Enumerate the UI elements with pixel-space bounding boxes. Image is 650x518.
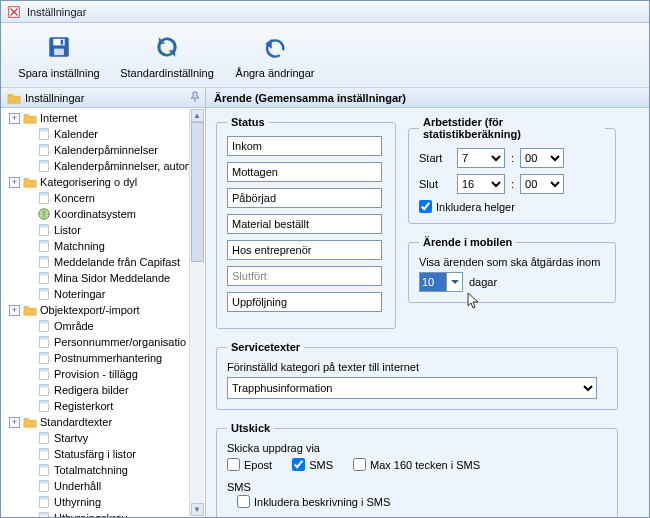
tree-item[interactable]: +Objektexport/-import bbox=[9, 302, 205, 318]
worktimes-legend: Arbetstider (för statistikberäkning) bbox=[419, 116, 605, 140]
days-select[interactable] bbox=[419, 272, 463, 292]
tree-item[interactable]: Koncern bbox=[23, 190, 205, 206]
max160-checkbox[interactable]: Max 160 tecken i SMS bbox=[353, 458, 480, 471]
toolbar: Spara inställning Standardinställning Ån… bbox=[1, 23, 649, 88]
tree-item[interactable]: Provision - tillägg bbox=[23, 366, 205, 382]
status-field-0[interactable] bbox=[227, 136, 382, 156]
tree-item[interactable]: Noteringar bbox=[23, 286, 205, 302]
page-icon bbox=[37, 319, 51, 333]
tree-item-label: Matchning bbox=[54, 240, 105, 252]
svg-rect-12 bbox=[40, 193, 49, 196]
epost-checkbox[interactable]: Epost bbox=[227, 458, 272, 471]
expand-icon[interactable]: + bbox=[9, 177, 20, 188]
tree-item[interactable]: Registerkort bbox=[23, 398, 205, 414]
tree-item[interactable]: Matchning bbox=[23, 238, 205, 254]
tree-item[interactable]: +Kategorisering o dyl bbox=[9, 174, 205, 190]
days-value[interactable] bbox=[420, 273, 446, 291]
tree-item-label: Listor bbox=[54, 224, 81, 236]
tree-header-label: Inställningar bbox=[25, 92, 84, 104]
end-min-select[interactable]: 00 bbox=[520, 174, 564, 194]
include-desc-checkbox[interactable]: Inkludera beskrivning i SMS bbox=[237, 495, 607, 508]
page-icon bbox=[37, 479, 51, 493]
tree-item-label: Noteringar bbox=[54, 288, 105, 300]
scroll-up-button[interactable]: ▲ bbox=[191, 109, 204, 122]
window-title: Inställningar bbox=[27, 6, 86, 18]
page-icon bbox=[37, 271, 51, 285]
tree-item[interactable]: Redigera bilder bbox=[23, 382, 205, 398]
svg-rect-39 bbox=[40, 449, 49, 452]
sms-checkbox[interactable]: SMS bbox=[292, 458, 333, 471]
cursor-icon bbox=[467, 292, 481, 312]
folder-icon bbox=[23, 175, 37, 189]
sms-heading: SMS bbox=[227, 481, 607, 493]
page-icon bbox=[37, 287, 51, 301]
scroll-thumb[interactable] bbox=[191, 122, 204, 262]
status-field-1[interactable] bbox=[227, 162, 382, 182]
page-icon bbox=[37, 463, 51, 477]
tree-item[interactable]: Startvy bbox=[23, 430, 205, 446]
svg-rect-41 bbox=[40, 465, 49, 468]
days-suffix: dagar bbox=[469, 276, 497, 288]
tree-item[interactable]: Postnummerhantering bbox=[23, 350, 205, 366]
tree-item[interactable]: Underhåll bbox=[23, 478, 205, 494]
tree-item[interactable]: Kalenderpåminnelser bbox=[23, 142, 205, 158]
tree-item-label: Kategorisering o dyl bbox=[40, 176, 137, 188]
tree-item[interactable]: Listor bbox=[23, 222, 205, 238]
page-icon bbox=[37, 383, 51, 397]
start-min-select[interactable]: 00 bbox=[520, 148, 564, 168]
save-button[interactable]: Spara inställning bbox=[5, 27, 113, 85]
expand-icon[interactable]: + bbox=[9, 305, 20, 316]
tree-item[interactable]: Mina Sidor Meddelande bbox=[23, 270, 205, 286]
start-hour-select[interactable]: 7 bbox=[457, 148, 505, 168]
tree: +InternetKalenderKalenderpåminnelserKale… bbox=[1, 108, 205, 517]
status-field-2[interactable] bbox=[227, 188, 382, 208]
app-icon bbox=[7, 5, 21, 19]
expand-icon[interactable]: + bbox=[9, 417, 20, 428]
tree-item[interactable]: +Standardtexter bbox=[9, 414, 205, 430]
settings-window: Inställningar Spara inställning Standard… bbox=[0, 0, 650, 518]
folder-icon bbox=[23, 415, 37, 429]
tree-item[interactable]: Totalmatchning bbox=[23, 462, 205, 478]
tree-scrollbar[interactable]: ▲ ▼ bbox=[189, 109, 204, 516]
include-weekends-checkbox[interactable]: Inkludera helger bbox=[419, 200, 605, 213]
undo-button[interactable]: Ångra ändringar bbox=[221, 27, 329, 85]
tree-item-label: Startvy bbox=[54, 432, 88, 444]
svg-rect-19 bbox=[40, 257, 49, 260]
svg-rect-35 bbox=[40, 401, 49, 404]
defaults-button[interactable]: Standardinställning bbox=[113, 27, 221, 85]
tree-item[interactable]: Kalender bbox=[23, 126, 205, 142]
status-fieldset: Status bbox=[216, 116, 396, 329]
svg-rect-8 bbox=[40, 145, 49, 148]
status-field-3[interactable] bbox=[227, 214, 382, 234]
page-icon bbox=[37, 431, 51, 445]
status-field-5[interactable] bbox=[227, 266, 382, 286]
pin-icon[interactable] bbox=[189, 91, 201, 103]
utskick-fieldset: Utskick Skicka uppdrag via Epost SMS Max… bbox=[216, 422, 618, 517]
tree-item[interactable]: +Internet bbox=[9, 110, 205, 126]
tree-item-label: Postnummerhantering bbox=[54, 352, 162, 364]
svg-rect-10 bbox=[40, 161, 49, 164]
tree-item[interactable]: Meddelande från Capifast bbox=[23, 254, 205, 270]
tree-item[interactable]: Statusfärg i listor bbox=[23, 446, 205, 462]
chevron-down-icon[interactable] bbox=[446, 273, 462, 291]
tree-item[interactable]: Uthyrningskrav bbox=[23, 510, 205, 517]
expand-icon[interactable]: + bbox=[9, 113, 20, 124]
folder-icon bbox=[23, 303, 37, 317]
status-legend: Status bbox=[227, 116, 269, 128]
tree-item[interactable]: Uthyrning bbox=[23, 494, 205, 510]
svg-rect-47 bbox=[40, 513, 49, 516]
tree-item[interactable]: Område bbox=[23, 318, 205, 334]
folder-icon bbox=[7, 91, 21, 105]
page-icon bbox=[37, 351, 51, 365]
status-field-6[interactable] bbox=[227, 292, 382, 312]
service-category-select[interactable]: Trapphusinformation bbox=[227, 377, 597, 399]
tree-item[interactable]: Personnummer/organisatio bbox=[23, 334, 205, 350]
svg-rect-45 bbox=[40, 497, 49, 500]
tree-item[interactable]: Kalenderpåminnelser, auton bbox=[23, 158, 205, 174]
scroll-down-button[interactable]: ▼ bbox=[191, 503, 204, 516]
tree-item[interactable]: Koordinatsystem bbox=[23, 206, 205, 222]
end-hour-select[interactable]: 16 bbox=[457, 174, 505, 194]
undo-button-label: Ångra ändringar bbox=[236, 67, 315, 79]
svg-rect-17 bbox=[40, 241, 49, 244]
status-field-4[interactable] bbox=[227, 240, 382, 260]
